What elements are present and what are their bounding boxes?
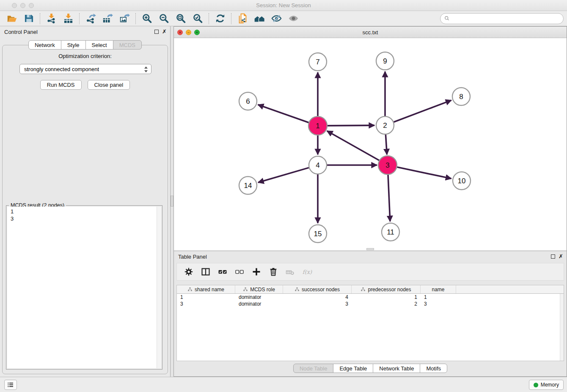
zoom-out-icon: [158, 13, 170, 24]
zoom-selected-button[interactable]: [189, 12, 206, 25]
close-panel-icon[interactable]: ✗: [162, 29, 167, 34]
select-all-button[interactable]: [215, 265, 230, 279]
table-scrollbar[interactable]: [560, 294, 564, 361]
edge-2-8[interactable]: [394, 100, 451, 122]
edge-3-11[interactable]: [388, 174, 390, 221]
add-column-button[interactable]: [249, 265, 264, 279]
tree-icon: [243, 287, 248, 292]
first-neighbors-button[interactable]: [251, 12, 268, 25]
open-session-button[interactable]: [3, 12, 20, 25]
delete-column-button[interactable]: [266, 265, 281, 279]
node-label-2: 2: [383, 121, 387, 130]
node-label-3: 3: [385, 161, 389, 169]
mcds-result-item[interactable]: 3: [11, 215, 158, 222]
cell-name[interactable]: 3: [421, 301, 456, 307]
node-label-1: 1: [316, 122, 319, 130]
cell-shared-name[interactable]: 1: [177, 294, 235, 301]
node-label-14: 14: [244, 182, 252, 190]
horizontal-splitter-handle[interactable]: [366, 248, 374, 250]
zoom-in-button[interactable]: [138, 12, 155, 25]
settings-button[interactable]: [181, 265, 196, 279]
cell-predecessor-nodes[interactable]: 2: [352, 301, 421, 307]
edge-3-1[interactable]: [327, 131, 380, 160]
cell-successor-nodes[interactable]: 3: [283, 301, 352, 307]
vertical-splitter[interactable]: [171, 26, 173, 377]
control-panel-tabs: NetworkStyleSelectMCDS: [0, 40, 170, 50]
dropdown-stepper-icon: [144, 66, 148, 73]
zoom-fit-button[interactable]: [172, 12, 189, 25]
float-panel-icon[interactable]: [154, 30, 159, 34]
task-history-button[interactable]: [4, 380, 17, 390]
cell-predecessor-nodes[interactable]: 1: [352, 294, 421, 301]
mcds-result-list[interactable]: 13: [7, 207, 161, 368]
network-canvas[interactable]: 7968124314101511: [174, 38, 567, 251]
dropdown-value: strongly connected component: [24, 66, 99, 72]
deselect-all-button[interactable]: [232, 265, 247, 279]
memory-button[interactable]: Memory: [529, 380, 564, 390]
mcds-panel: Optimization criterion: strongly connect…: [2, 45, 168, 374]
mcds-result-item[interactable]: 1: [11, 208, 158, 215]
edge-2-3[interactable]: [385, 135, 387, 155]
import-network-button[interactable]: [43, 12, 60, 25]
edge-4-14[interactable]: [258, 168, 309, 182]
table-toolbar: f(x): [176, 263, 564, 281]
node-table: shared nameMCDS rolesuccessor nodesprede…: [176, 285, 564, 361]
tab-node-table[interactable]: Node Table: [293, 364, 334, 373]
refresh-layout-button[interactable]: [212, 12, 228, 25]
cell-MCDS-role[interactable]: dominator: [235, 301, 283, 307]
delete-table-button: [283, 265, 298, 279]
tab-network[interactable]: Network: [28, 40, 61, 50]
toggle-panel-button[interactable]: [198, 265, 213, 279]
close-panel-button[interactable]: Close panel: [88, 80, 130, 90]
toolbar-separator: [231, 13, 231, 24]
table-row[interactable]: 3dominator323: [177, 301, 564, 307]
edge-1-2[interactable]: [327, 125, 374, 126]
delete-column-icon: [268, 267, 278, 277]
column-header-name[interactable]: name: [421, 285, 456, 293]
search-box[interactable]: [440, 13, 564, 24]
export-image-button[interactable]: [116, 12, 133, 25]
main-area: Control Panel ✗ NetworkStyleSelectMCDS O…: [0, 26, 567, 377]
column-header-predecessor-nodes[interactable]: predecessor nodes: [352, 285, 421, 293]
network-window-title: scc.txt: [174, 27, 567, 38]
right-area: ✕ − + scc.txt 7968124314101511 Table Pan…: [173, 26, 567, 377]
show-graphics-details-button[interactable]: [285, 12, 302, 25]
tab-network-table[interactable]: Network Table: [373, 364, 420, 373]
import-table-button[interactable]: [60, 12, 77, 25]
edge-3-10[interactable]: [397, 167, 451, 179]
tab-style[interactable]: Style: [61, 40, 86, 50]
run-mcds-button[interactable]: Run MCDS: [40, 80, 82, 90]
float-table-panel-icon[interactable]: [551, 254, 555, 259]
cell-shared-name[interactable]: 3: [177, 301, 235, 307]
cell-MCDS-role[interactable]: dominator: [235, 294, 283, 301]
tab-edge-table[interactable]: Edge Table: [333, 364, 373, 373]
export-table-button[interactable]: [99, 12, 116, 25]
table-row[interactable]: 1dominator411: [177, 294, 564, 301]
toggle-panel-icon: [201, 267, 211, 277]
new-network-from-selection-icon: [237, 13, 248, 24]
toolbar-separator: [209, 13, 209, 24]
save-session-button[interactable]: [20, 12, 37, 25]
zoom-out-button[interactable]: [155, 12, 172, 25]
export-network-button[interactable]: [82, 12, 99, 25]
close-table-panel-icon[interactable]: ✗: [559, 254, 563, 259]
cell-successor-nodes[interactable]: 4: [283, 294, 352, 301]
cell-name[interactable]: 1: [421, 294, 456, 301]
node-label-10: 10: [458, 177, 466, 185]
add-column-icon: [251, 267, 261, 277]
edge-1-6[interactable]: [258, 105, 309, 122]
hide-graphics-details-button[interactable]: [268, 12, 285, 25]
splitter-handle[interactable]: [171, 196, 173, 207]
search-input[interactable]: [450, 15, 560, 22]
new-network-from-selection-button[interactable]: [234, 12, 251, 25]
column-header-successor-nodes[interactable]: successor nodes: [283, 285, 352, 293]
column-header-shared-name[interactable]: shared name: [177, 285, 235, 293]
tab-mcds[interactable]: MCDS: [113, 40, 142, 50]
tab-motifs[interactable]: Motifs: [420, 364, 447, 373]
column-header-MCDS-role[interactable]: MCDS role: [235, 285, 283, 293]
toolbar-buttons: [3, 12, 302, 25]
result-scrollbar[interactable]: [157, 207, 161, 368]
optimization-criterion-dropdown[interactable]: strongly connected component: [19, 64, 151, 74]
import-table-icon: [63, 13, 74, 24]
tab-select[interactable]: Select: [85, 40, 113, 50]
